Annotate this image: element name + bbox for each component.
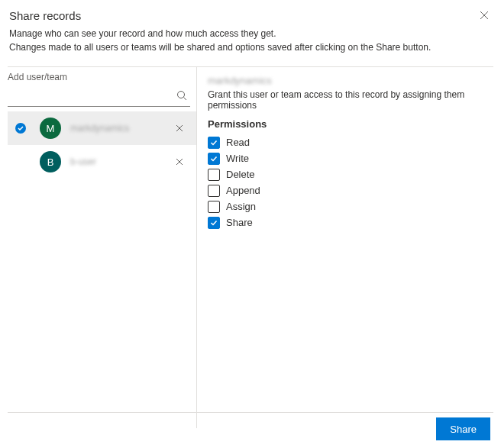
grant-text: Grant this user or team access to this r… xyxy=(208,89,490,111)
checkbox[interactable] xyxy=(208,185,220,197)
close-icon xyxy=(176,124,183,132)
checkbox[interactable] xyxy=(208,153,220,165)
add-user-label: Add user/team xyxy=(8,67,196,85)
permission-label: Write xyxy=(226,153,249,164)
remove-user-button[interactable] xyxy=(170,153,189,171)
permission-label: Append xyxy=(226,185,260,196)
content-area: Add user/team M markdynamics B b- xyxy=(0,67,501,428)
permission-label: Read xyxy=(226,137,250,148)
close-icon xyxy=(480,11,489,20)
user-name-label: markdynamics xyxy=(70,123,170,134)
right-pane: markdynamics Grant this user or team acc… xyxy=(197,67,501,428)
close-icon xyxy=(176,158,183,166)
selected-user-name: markdynamics xyxy=(208,75,490,86)
permissions-heading: Permissions xyxy=(208,118,490,130)
dialog-subtitle-2: Changes made to all users or teams will … xyxy=(9,40,489,54)
dialog-footer: Share xyxy=(436,417,490,440)
search-box xyxy=(8,85,196,107)
close-button[interactable] xyxy=(478,9,490,21)
permission-write[interactable]: Write xyxy=(208,150,490,166)
checkmark-icon xyxy=(210,219,218,227)
permission-label: Delete xyxy=(226,169,255,180)
checkbox[interactable] xyxy=(208,169,220,181)
dialog-header: Share records Manage who can see your re… xyxy=(0,0,501,60)
footer-divider xyxy=(8,412,493,413)
search-input[interactable] xyxy=(8,85,190,107)
avatar: B xyxy=(40,151,61,172)
permission-delete[interactable]: Delete xyxy=(208,166,490,182)
selected-check-icon xyxy=(15,123,26,134)
search-icon[interactable] xyxy=(176,90,187,103)
checkbox[interactable] xyxy=(208,217,220,229)
permission-append[interactable]: Append xyxy=(208,182,490,198)
left-pane: Add user/team M markdynamics B b- xyxy=(8,67,197,428)
checkbox[interactable] xyxy=(208,201,220,213)
avatar: M xyxy=(40,118,61,139)
permission-share[interactable]: Share xyxy=(208,214,490,230)
checkbox[interactable] xyxy=(208,137,220,149)
permission-assign[interactable]: Assign xyxy=(208,198,490,214)
permission-label: Assign xyxy=(226,201,256,212)
user-list: M markdynamics B b-user xyxy=(8,111,196,179)
remove-user-button[interactable] xyxy=(170,119,189,137)
share-button[interactable]: Share xyxy=(436,417,490,440)
dialog-subtitle-1: Manage who can see your record and how m… xyxy=(9,27,489,40)
user-name-label: b-user xyxy=(70,156,170,167)
checkmark-icon xyxy=(210,155,218,163)
svg-point-0 xyxy=(178,92,185,98)
user-row[interactable]: M markdynamics xyxy=(8,111,196,145)
user-row[interactable]: B b-user xyxy=(8,145,196,179)
permission-read[interactable]: Read xyxy=(208,134,490,150)
checkmark-icon xyxy=(210,139,218,147)
dialog-title: Share records xyxy=(9,9,489,22)
permission-label: Share xyxy=(226,217,253,228)
